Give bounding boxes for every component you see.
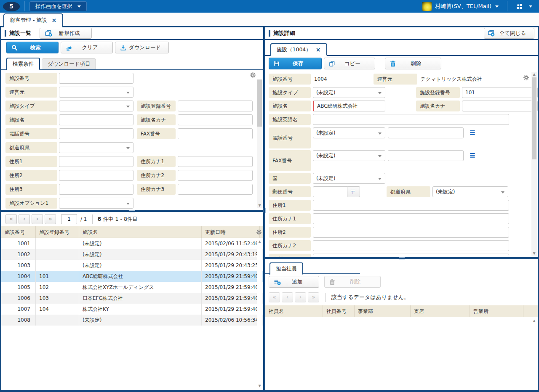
user-menu[interactable]: 村崎博(SV、TEL/Mail) bbox=[435, 3, 491, 10]
address1-input[interactable] bbox=[313, 200, 509, 211]
search-button[interactable]: 検索 bbox=[6, 42, 59, 53]
operator-select[interactable] bbox=[59, 87, 133, 98]
column-header[interactable]: 支店 bbox=[411, 305, 470, 317]
last-page-button[interactable]: » bbox=[45, 214, 56, 224]
table-row[interactable]: 1007 104 株式会社KY 2015/01/29 21:59:40 bbox=[1, 304, 263, 315]
facility-name-input[interactable] bbox=[59, 114, 133, 125]
column-header[interactable]: 営業所 bbox=[470, 305, 523, 317]
prefecture-select[interactable] bbox=[59, 142, 133, 153]
clear-button[interactable]: クリア bbox=[61, 42, 113, 53]
close-all-button[interactable]: 全て閉じる bbox=[484, 28, 534, 39]
scroll-down-icon[interactable]: ▼ bbox=[531, 252, 537, 256]
delete-button[interactable]: 削除 bbox=[385, 58, 441, 69]
scroll-down-icon[interactable]: ▼ bbox=[257, 204, 262, 208]
form-scrollbar[interactable]: ▲ ▼ bbox=[531, 72, 537, 256]
table-row[interactable]: 1002 (未設定) 2015/01/29 20:43:19 bbox=[1, 249, 263, 260]
facility-reg-no-input[interactable] bbox=[178, 101, 253, 111]
prev-page-button[interactable]: ‹ bbox=[19, 214, 30, 224]
prefecture-select[interactable]: (未設定) bbox=[432, 186, 508, 197]
new-facility-button[interactable]: 新規作成 bbox=[40, 28, 92, 39]
address-kana2-input[interactable] bbox=[313, 240, 509, 251]
apps-grid-icon[interactable] bbox=[516, 3, 523, 10]
scroll-up-icon[interactable]: ▲ bbox=[257, 240, 262, 244]
address-kana1-input[interactable] bbox=[313, 213, 509, 224]
field-label: 電話番号 bbox=[5, 128, 57, 139]
fax-type-select[interactable]: (未設定) bbox=[313, 150, 385, 161]
scrollbar-thumb[interactable] bbox=[532, 77, 536, 159]
page-input[interactable] bbox=[61, 214, 77, 224]
close-icon[interactable]: × bbox=[316, 47, 321, 53]
gear-icon[interactable] bbox=[523, 74, 529, 81]
facility-type-select[interactable]: (未設定) bbox=[313, 87, 385, 98]
column-header[interactable]: 社員名 bbox=[265, 305, 323, 317]
address1-input[interactable] bbox=[59, 156, 133, 167]
first-page-button[interactable]: « bbox=[269, 292, 280, 302]
postal-code-input[interactable] bbox=[313, 186, 347, 197]
column-header[interactable]: 事業部 bbox=[355, 305, 411, 317]
grid-scrollbar[interactable]: ▲ bbox=[531, 318, 537, 360]
download-button[interactable]: ダウンロード bbox=[115, 42, 169, 53]
table-row-selected[interactable]: 1004 101 ABC総研株式会社 2015/01/29 21:59:40 bbox=[1, 271, 263, 282]
address-kana2-input[interactable] bbox=[178, 170, 253, 181]
grid-scrollbar[interactable]: ▲ ▼ bbox=[257, 239, 262, 389]
table-row[interactable]: 1006 103 日本EFG株式会社 2015/01/29 21:59:40 bbox=[1, 293, 263, 304]
facility-name-en-input[interactable] bbox=[313, 114, 509, 125]
gear-icon[interactable] bbox=[250, 72, 256, 78]
first-page-button[interactable]: « bbox=[5, 214, 17, 224]
address-kana3-input[interactable] bbox=[178, 184, 253, 195]
facility-name-kana-input[interactable] bbox=[462, 101, 538, 111]
add-employee-button[interactable]: 追加 bbox=[269, 276, 319, 288]
tel-type-select[interactable]: (未設定) bbox=[313, 127, 385, 138]
scrollbar-thumb[interactable] bbox=[257, 79, 262, 127]
gear-icon[interactable] bbox=[256, 229, 262, 235]
close-icon[interactable]: × bbox=[51, 17, 56, 23]
address3-input[interactable] bbox=[59, 184, 133, 195]
tab-facility-1004[interactable]: 施設（1004） × bbox=[270, 43, 327, 56]
next-page-button[interactable]: › bbox=[295, 292, 306, 302]
tab-download-items[interactable]: ダウンロード項目 bbox=[42, 58, 96, 69]
tel-input[interactable] bbox=[59, 128, 133, 139]
column-header[interactable]: 施設番号 bbox=[1, 226, 36, 238]
table-row[interactable]: 1001 (未設定) 2015/02/06 11:52:46 bbox=[1, 238, 263, 249]
next-page-button[interactable]: › bbox=[32, 214, 43, 224]
address3-input[interactable] bbox=[313, 254, 509, 257]
column-header[interactable]: 社員番号 bbox=[323, 305, 355, 317]
address2-input[interactable] bbox=[59, 170, 133, 181]
save-button[interactable]: 保存 bbox=[269, 58, 322, 69]
form-scrollbar[interactable]: ▼ bbox=[257, 79, 262, 208]
address-kana1-input[interactable] bbox=[178, 156, 253, 167]
column-header[interactable]: 更新日時 bbox=[202, 226, 260, 238]
scroll-down-icon[interactable]: ▼ bbox=[257, 384, 262, 388]
last-page-button[interactable]: » bbox=[308, 292, 319, 302]
table-row[interactable]: 1005 102 株式会社XYZホールディングス 2015/01/29 21:5… bbox=[1, 282, 263, 293]
tel-input[interactable] bbox=[388, 127, 464, 138]
facility-no-input[interactable] bbox=[59, 73, 133, 84]
tab-customer-facility[interactable]: 顧客管理 - 施設 × bbox=[3, 13, 63, 27]
facility-reg-no-input[interactable] bbox=[462, 87, 538, 98]
copy-button[interactable]: コピー bbox=[324, 58, 375, 69]
facility-name-kana-input[interactable] bbox=[178, 114, 253, 125]
scroll-up-icon[interactable]: ▲ bbox=[531, 319, 537, 323]
tab-employees[interactable]: 担当社員 bbox=[270, 262, 303, 275]
fax-input[interactable] bbox=[178, 128, 253, 139]
address2-input[interactable] bbox=[313, 227, 509, 238]
country-select[interactable]: (未設定) bbox=[313, 173, 385, 184]
postal-mark-button[interactable]: 〒 bbox=[347, 186, 360, 197]
facility-type-select[interactable] bbox=[59, 101, 133, 111]
column-header[interactable]: 施設名 bbox=[79, 226, 202, 238]
screen-select-button[interactable]: 操作画面を選択 bbox=[29, 1, 87, 11]
table-row[interactable]: 1008 (未設定) 2015/02/06 10:56:34 bbox=[1, 315, 263, 326]
scroll-up-icon[interactable]: ▲ bbox=[531, 72, 537, 77]
left-splitter[interactable] bbox=[1, 210, 263, 212]
fax-input[interactable] bbox=[388, 150, 464, 161]
delete-employee-button[interactable]: 削除 bbox=[324, 276, 381, 288]
column-header[interactable]: 施設登録番号 bbox=[36, 226, 79, 238]
list-icon[interactable] bbox=[469, 130, 476, 136]
table-row[interactable]: 1003 (未設定) 2015/01/29 20:43:25 bbox=[1, 260, 263, 271]
tab-search-conditions[interactable]: 検索条件 bbox=[6, 58, 40, 70]
facility-option1-select[interactable] bbox=[59, 198, 133, 209]
list-icon[interactable] bbox=[469, 152, 476, 159]
facility-name-input[interactable] bbox=[313, 101, 385, 111]
avatar[interactable] bbox=[422, 2, 432, 11]
prev-page-button[interactable]: ‹ bbox=[282, 292, 293, 302]
